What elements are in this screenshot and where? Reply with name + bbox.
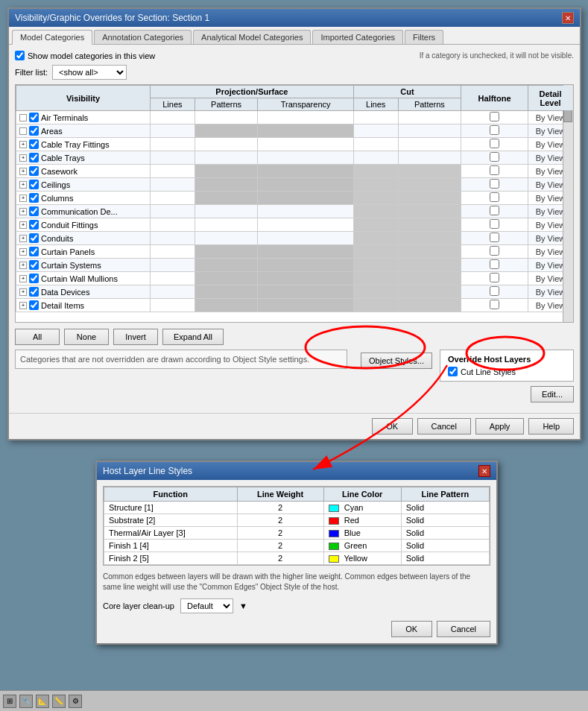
cut-patterns-cell: [398, 138, 461, 151]
halftone-checkbox[interactable]: [490, 246, 499, 256]
help-button[interactable]: Help: [528, 418, 574, 434]
halftone-checkbox[interactable]: [490, 300, 499, 309]
category-checkbox[interactable]: [29, 126, 39, 136]
proj-transparency-cell: [258, 299, 353, 312]
expand-button[interactable]: +: [19, 275, 27, 282]
taskbar-icon-3[interactable]: 📐: [36, 695, 49, 708]
expand-button[interactable]: +: [19, 302, 27, 309]
table-row: + Columns By View: [16, 192, 573, 205]
filter-select[interactable]: <show all>: [52, 65, 127, 80]
col-cut-patterns: Patterns: [398, 98, 461, 111]
cut-lines-cell: [353, 165, 398, 178]
cut-patterns-cell: [398, 165, 461, 178]
tab-imported-categories[interactable]: Imported Categories: [312, 30, 403, 44]
host-ok-button[interactable]: OK: [391, 621, 432, 637]
main-close-button[interactable]: ✕: [562, 12, 574, 24]
all-button[interactable]: All: [15, 329, 60, 345]
halftone-cell: [461, 232, 528, 245]
halftone-cell: [461, 192, 528, 205]
ok-button[interactable]: OK: [372, 418, 413, 434]
proj-transparency-cell: [258, 178, 353, 192]
halftone-cell: [461, 259, 528, 272]
halftone-checkbox[interactable]: [490, 259, 499, 269]
expand-button[interactable]: +: [19, 181, 27, 189]
category-checkbox[interactable]: [29, 220, 39, 230]
category-checkbox[interactable]: [29, 139, 39, 149]
category-checkbox[interactable]: [29, 233, 39, 243]
cancel-button[interactable]: Cancel: [417, 418, 471, 434]
expand-button[interactable]: +: [19, 262, 27, 269]
category-checkbox[interactable]: [29, 206, 39, 216]
taskbar-icon-5[interactable]: ⚙: [69, 695, 82, 708]
proj-transparency-cell: [258, 218, 353, 232]
category-checkbox[interactable]: [29, 153, 39, 162]
expand-button[interactable]: +: [19, 288, 27, 296]
edit-button[interactable]: Edit...: [531, 386, 574, 402]
halftone-checkbox[interactable]: [490, 192, 499, 202]
apply-button[interactable]: Apply: [475, 418, 525, 434]
taskbar-icon-4[interactable]: 📏: [52, 695, 66, 708]
cut-lines-cell: [353, 192, 398, 205]
expand-button[interactable]: +: [19, 195, 27, 202]
host-function-cell: Substrate [2]: [104, 514, 238, 527]
expand-button[interactable]: +: [19, 154, 27, 162]
object-styles-button[interactable]: Object Styles...: [361, 353, 432, 369]
expand-button[interactable]: +: [19, 221, 27, 229]
halftone-checkbox[interactable]: [490, 139, 499, 148]
scrollbar-track[interactable]: [563, 85, 573, 322]
category-checkbox[interactable]: [29, 274, 39, 283]
category-checkbox[interactable]: [29, 247, 39, 256]
host-cancel-button[interactable]: Cancel: [437, 621, 490, 637]
tab-filters[interactable]: Filters: [405, 30, 443, 44]
category-checkbox[interactable]: [29, 287, 39, 297]
taskbar: ⊞ 🔧 📐 📏 ⚙: [0, 690, 588, 711]
category-checkbox[interactable]: [29, 166, 39, 176]
halftone-cell: [461, 151, 528, 165]
dialog-actions: OK Cancel Apply Help: [9, 413, 580, 439]
category-checkbox[interactable]: [29, 193, 39, 203]
cut-patterns-cell: [398, 232, 461, 245]
proj-patterns-cell: [195, 205, 258, 218]
expand-button[interactable]: +: [19, 141, 27, 148]
halftone-checkbox[interactable]: [490, 233, 499, 242]
category-checkbox[interactable]: [29, 113, 39, 122]
halftone-checkbox[interactable]: [490, 206, 499, 215]
expand-button[interactable]: +: [19, 168, 27, 175]
core-select[interactable]: Default None Enabled: [180, 598, 233, 613]
proj-lines-cell: [151, 111, 195, 124]
proj-transparency-cell: [258, 111, 353, 124]
halftone-checkbox[interactable]: [490, 152, 499, 162]
halftone-checkbox[interactable]: [490, 112, 499, 121]
invert-button[interactable]: Invert: [113, 329, 158, 345]
halftone-checkbox[interactable]: [490, 179, 499, 189]
halftone-checkbox[interactable]: [490, 286, 499, 296]
cut-lines-cell: [353, 178, 398, 192]
halftone-checkbox[interactable]: [490, 165, 499, 175]
none-button[interactable]: None: [64, 329, 109, 345]
category-checkbox[interactable]: [29, 180, 39, 189]
expand-button[interactable]: +: [19, 208, 27, 215]
cut-line-styles-checkbox[interactable]: [448, 367, 458, 376]
tab-model-categories[interactable]: Model Categories: [12, 30, 92, 45]
halftone-checkbox[interactable]: [490, 125, 499, 135]
category-checkbox[interactable]: [29, 260, 39, 270]
expand-button[interactable]: +: [19, 248, 27, 256]
taskbar-icon-2[interactable]: 🔧: [19, 695, 33, 708]
host-close-button[interactable]: ✕: [478, 465, 490, 477]
halftone-checkbox[interactable]: [490, 219, 499, 229]
proj-lines-cell: [151, 151, 195, 165]
cut-lines-cell: [353, 151, 398, 165]
halftone-checkbox[interactable]: [490, 273, 499, 282]
tab-analytical-model-categories[interactable]: Analytical Model Categories: [193, 30, 311, 44]
host-linepattern-cell: Solid: [401, 552, 489, 565]
category-checkbox[interactable]: [29, 300, 39, 310]
taskbar-icon-1[interactable]: ⊞: [3, 695, 16, 708]
expand-all-button[interactable]: Expand All: [162, 329, 224, 345]
proj-patterns-cell: [195, 111, 258, 124]
proj-lines-cell: [151, 205, 195, 218]
tab-annotation-categories[interactable]: Annotation Categories: [94, 30, 192, 44]
proj-patterns-cell: [195, 259, 258, 272]
show-model-checkbox[interactable]: [15, 51, 25, 60]
table-row: + Curtain Systems By View: [16, 259, 573, 272]
expand-button[interactable]: +: [19, 235, 27, 242]
